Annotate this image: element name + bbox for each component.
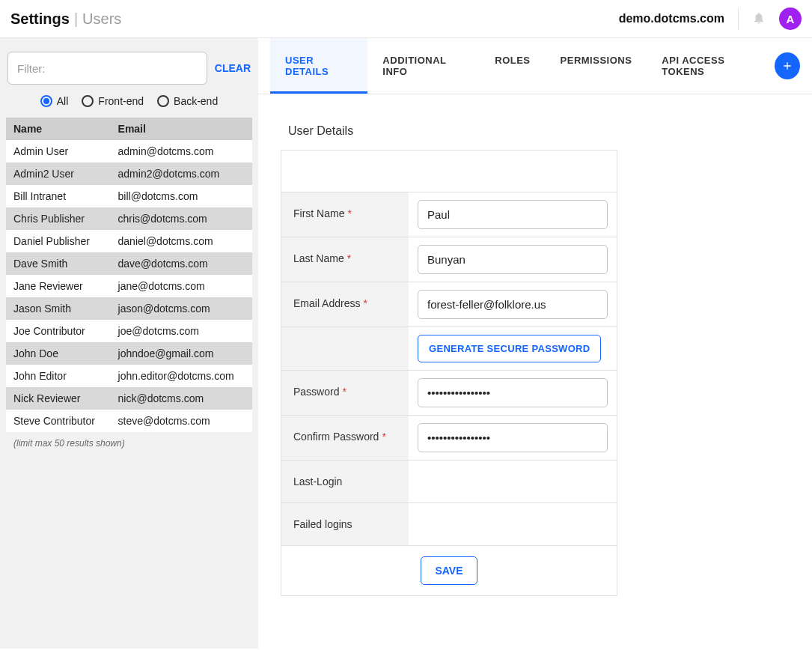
tab-permissions[interactable]: PERMISSIONS	[546, 38, 647, 94]
table-row[interactable]: Jane Reviewerjane@dotcms.com	[6, 275, 252, 297]
email-label: Email Address*	[281, 282, 409, 326]
panel-title: User Details	[258, 94, 812, 150]
user-avatar[interactable]: A	[779, 7, 802, 30]
user-email-cell: john.editor@dotcms.com	[111, 365, 252, 387]
gen-password-label	[281, 327, 409, 370]
user-email-cell: admin@dotcms.com	[111, 140, 252, 162]
table-row[interactable]: Joe Contributorjoe@dotcms.com	[6, 320, 252, 342]
table-row[interactable]: Admin Useradmin@dotcms.com	[6, 140, 252, 162]
user-name-cell: Admin User	[6, 140, 111, 162]
user-email-cell: bill@dotcms.com	[111, 185, 252, 207]
user-email-cell: jane@dotcms.com	[111, 275, 252, 297]
user-email-cell: steve@dotcms.com	[111, 410, 252, 432]
save-button[interactable]: SAVE	[421, 556, 477, 585]
filter-radio-all[interactable]: All	[40, 95, 69, 107]
failed-logins-value	[409, 503, 617, 545]
user-name-cell: Dave Smith	[6, 252, 111, 275]
plus-icon	[781, 60, 793, 72]
generate-password-button[interactable]: GENERATE SECURE PASSWORD	[418, 335, 601, 362]
user-name-cell: John Editor	[6, 365, 111, 387]
user-email-cell: dave@dotcms.com	[111, 252, 252, 275]
table-row[interactable]: Chris Publisherchris@dotcms.com	[6, 207, 252, 230]
filter-radio-backend[interactable]: Back-end	[157, 95, 218, 107]
divider	[738, 7, 739, 30]
user-name-cell: Jason Smith	[6, 297, 111, 320]
notifications-icon[interactable]	[752, 10, 766, 28]
table-row[interactable]: John Doejohndoe@gmail.com	[6, 342, 252, 365]
user-form: First Name* Last Name* Email Address*	[281, 150, 617, 596]
user-name-cell: Jane Reviewer	[6, 275, 111, 297]
filter-radio-backend-label: Back-end	[174, 95, 218, 107]
users-table: Name Email Admin Useradmin@dotcms.comAdm…	[6, 118, 252, 432]
add-user-button[interactable]	[775, 52, 800, 79]
table-row[interactable]: John Editorjohn.editor@dotcms.com	[6, 365, 252, 387]
tab-user-details[interactable]: USER DETAILS	[270, 38, 367, 94]
tab-api-tokens[interactable]: API ACCESS TOKENS	[647, 38, 775, 94]
results-limit-note: (limit max 50 results shown)	[6, 432, 252, 455]
password-input[interactable]	[418, 378, 608, 407]
table-row[interactable]: Nick Reviewernick@dotcms.com	[6, 387, 252, 410]
user-name-cell: Nick Reviewer	[6, 387, 111, 410]
tab-additional-info[interactable]: ADDITIONAL INFO	[367, 38, 480, 94]
last-login-label: Last-Login	[281, 461, 409, 502]
confirm-password-input[interactable]	[418, 423, 608, 452]
user-name-cell: Daniel Publisher	[6, 230, 111, 252]
form-spacer	[281, 151, 617, 192]
last-name-input[interactable]	[418, 245, 608, 274]
col-name[interactable]: Name	[6, 118, 111, 140]
site-domain[interactable]: demo.dotcms.com	[619, 12, 724, 25]
user-list-sidebar: CLEAR All Front-end Back-end Name Email	[0, 38, 258, 649]
filter-radio-frontend-label: Front-end	[98, 95, 144, 107]
table-row[interactable]: Bill Intranetbill@dotcms.com	[6, 185, 252, 207]
password-label: Password*	[281, 371, 409, 415]
last-login-value	[409, 461, 617, 502]
user-name-cell: Joe Contributor	[6, 320, 111, 342]
filter-input[interactable]	[7, 52, 207, 85]
user-email-cell: chris@dotcms.com	[111, 207, 252, 230]
table-row[interactable]: Admin2 Useradmin2@dotcms.com	[6, 162, 252, 185]
filter-radio-all-label: All	[57, 95, 69, 107]
user-email-cell: daniel@dotcms.com	[111, 230, 252, 252]
table-row[interactable]: Steve Contributorsteve@dotcms.com	[6, 410, 252, 432]
confirm-password-label: Confirm Password*	[281, 416, 409, 460]
user-email-cell: admin2@dotcms.com	[111, 162, 252, 185]
table-row[interactable]: Daniel Publisherdaniel@dotcms.com	[6, 230, 252, 252]
breadcrumb-current: Users	[82, 10, 121, 28]
user-name-cell: John Doe	[6, 342, 111, 365]
user-email-cell: nick@dotcms.com	[111, 387, 252, 410]
first-name-label: First Name*	[281, 192, 409, 237]
table-row[interactable]: Jason Smithjason@dotcms.com	[6, 297, 252, 320]
tabs: USER DETAILSADDITIONAL INFOROLESPERMISSI…	[258, 38, 812, 94]
user-name-cell: Steve Contributor	[6, 410, 111, 432]
failed-logins-label: Failed logins	[281, 503, 409, 545]
first-name-input[interactable]	[418, 200, 608, 229]
col-email[interactable]: Email	[111, 118, 252, 140]
topbar: Settings | Users demo.dotcms.com A	[0, 0, 812, 38]
user-email-cell: johndoe@gmail.com	[111, 342, 252, 365]
clear-filter-button[interactable]: CLEAR	[215, 62, 251, 74]
filter-radio-frontend[interactable]: Front-end	[82, 95, 144, 107]
filter-scope-radios: All Front-end Back-end	[6, 95, 252, 118]
user-name-cell: Bill Intranet	[6, 185, 111, 207]
breadcrumb-root: Settings	[10, 10, 70, 28]
main-panel: USER DETAILSADDITIONAL INFOROLESPERMISSI…	[258, 38, 812, 649]
user-name-cell: Chris Publisher	[6, 207, 111, 230]
user-email-cell: jason@dotcms.com	[111, 297, 252, 320]
breadcrumb-separator: |	[70, 10, 82, 28]
table-row[interactable]: Dave Smithdave@dotcms.com	[6, 252, 252, 275]
user-email-cell: joe@dotcms.com	[111, 320, 252, 342]
last-name-label: Last Name*	[281, 237, 409, 282]
tab-roles[interactable]: ROLES	[480, 38, 545, 94]
email-input[interactable]	[418, 290, 608, 319]
user-name-cell: Admin2 User	[6, 162, 111, 185]
